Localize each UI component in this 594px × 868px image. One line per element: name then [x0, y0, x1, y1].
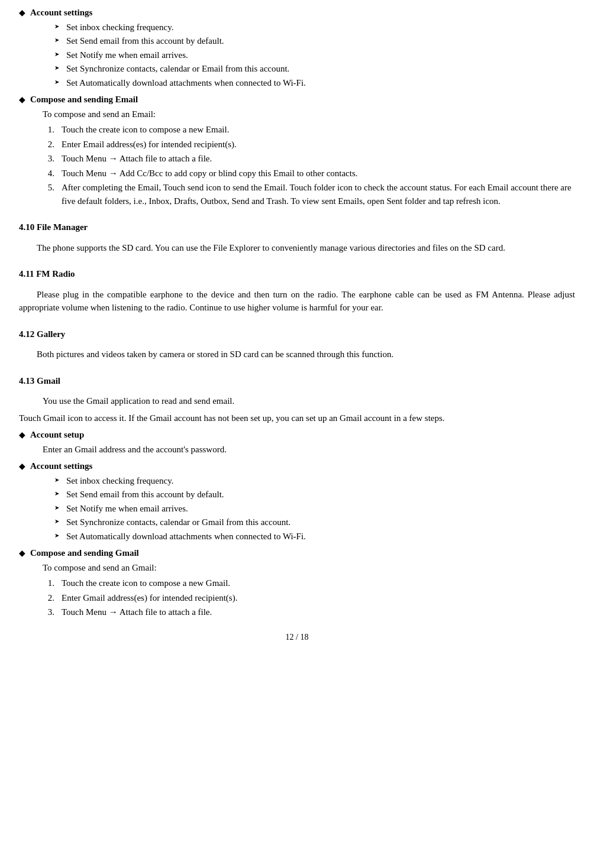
compose-email-intro: To compose and send an Email: — [43, 108, 575, 121]
account-settings-title-2: Account settings — [30, 459, 92, 473]
page-content: ◆ Account settings Set inbox checking fr… — [19, 6, 575, 643]
section-411-heading: 4.11 FM Radio — [19, 260, 575, 284]
section-410: 4.10 File Manager The phone supports the… — [19, 213, 575, 254]
diamond-icon-4: ◆ — [19, 460, 25, 472]
compose-gmail-section: ◆ Compose and sending Gmail To compose a… — [19, 546, 575, 619]
list-item: 3.Touch Menu → Attach file to attach a f… — [43, 605, 575, 619]
list-item: Set Synchronize contacts, calendar or Em… — [54, 62, 575, 76]
account-settings-header-1: ◆ Account settings — [19, 6, 575, 20]
account-setup-header: ◆ Account setup — [19, 428, 575, 442]
compose-gmail-title: Compose and sending Gmail — [30, 546, 139, 560]
compose-gmail-header: ◆ Compose and sending Gmail — [19, 546, 575, 560]
account-setup-section: ◆ Account setup Enter an Gmail address a… — [19, 428, 575, 456]
diamond-icon-5: ◆ — [19, 547, 25, 559]
section-412: 4.12 Gallery Both pictures and videos ta… — [19, 320, 575, 361]
page-number: 12 / 18 — [19, 631, 575, 643]
section-413: 4.13 Gmail You use the Gmail application… — [19, 367, 575, 425]
compose-email-section: ◆ Compose and sending Email To compose a… — [19, 93, 575, 208]
list-item: Set Automatically download attachments w… — [54, 530, 575, 543]
list-item: Set Send email from this account by defa… — [54, 34, 575, 48]
list-item: 1.Touch the create icon to compose a new… — [43, 123, 575, 137]
compose-gmail-steps: 1.Touch the create icon to compose a new… — [43, 576, 575, 619]
section-413-heading: 4.13 Gmail — [19, 367, 575, 391]
account-settings-list-2: Set inbox checking frequency. Set Send e… — [54, 474, 575, 543]
section-413-para1: You use the Gmail application to read an… — [43, 394, 575, 408]
section-410-paragraph: The phone supports the SD card. You can … — [19, 241, 575, 255]
compose-email-steps: 1.Touch the create icon to compose a new… — [43, 123, 575, 208]
account-settings-list-1: Set inbox checking frequency. Set Send e… — [54, 21, 575, 90]
compose-gmail-intro: To compose and send an Gmail: — [43, 561, 575, 575]
account-setup-text: Enter an Gmail address and the account's… — [43, 443, 575, 456]
list-item: 5.After completing the Email, Touch send… — [43, 181, 575, 208]
list-item: Set Notify me when email arrives. — [54, 502, 575, 516]
compose-email-header: ◆ Compose and sending Email — [19, 93, 575, 106]
list-item: Set Automatically download attachments w… — [54, 76, 575, 90]
section-412-paragraph: Both pictures and videos taken by camera… — [19, 348, 575, 361]
list-item: Set Send email from this account by defa… — [54, 488, 575, 501]
list-item: Set inbox checking frequency. — [54, 474, 575, 488]
account-settings-section-2: ◆ Account settings Set inbox checking fr… — [19, 459, 575, 543]
list-item: 2.Enter Gmail address(es) for intended r… — [43, 591, 575, 605]
list-item: Set Synchronize contacts, calendar or Gm… — [54, 516, 575, 529]
section-411-paragraph: Please plug in the compatible earphone t… — [19, 288, 575, 315]
account-settings-title-1: Account settings — [30, 6, 92, 20]
compose-email-title: Compose and sending Email — [30, 93, 138, 106]
diamond-icon-2: ◆ — [19, 93, 25, 106]
list-item: 2.Enter Email address(es) for intended r… — [43, 138, 575, 151]
section-411: 4.11 FM Radio Please plug in the compati… — [19, 260, 575, 315]
account-settings-section-1: ◆ Account settings Set inbox checking fr… — [19, 6, 575, 89]
list-item: 1.Touch the create icon to compose a new… — [43, 576, 575, 590]
section-413-para2: Touch Gmail icon to access it. If the Gm… — [19, 412, 575, 425]
diamond-icon-1: ◆ — [19, 7, 25, 19]
list-item: 4.Touch Menu → Add Cc/Bcc to add copy or… — [43, 167, 575, 180]
section-412-heading: 4.12 Gallery — [19, 320, 575, 345]
list-item: 3.Touch Menu → Attach file to attach a f… — [43, 152, 575, 166]
account-settings-header-2: ◆ Account settings — [19, 459, 575, 473]
list-item: Set inbox checking frequency. — [54, 21, 575, 34]
account-setup-title: Account setup — [30, 428, 84, 442]
diamond-icon-3: ◆ — [19, 429, 25, 441]
list-item: Set Notify me when email arrives. — [54, 48, 575, 62]
section-410-heading: 4.10 File Manager — [19, 213, 575, 238]
